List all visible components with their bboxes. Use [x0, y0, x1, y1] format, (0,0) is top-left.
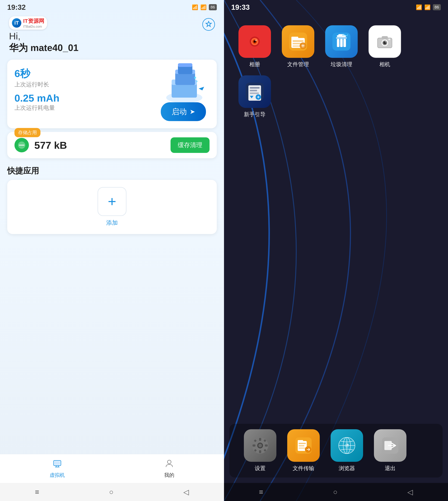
svg-rect-72: [298, 440, 303, 443]
app-exit[interactable]: 退出: [374, 429, 406, 472]
app-camera[interactable]: 相机: [368, 25, 401, 68]
svg-point-23: [255, 40, 257, 41]
app-header: iT IT资源网 ITBaiDu.com Hi, 华为 mate40_01: [0, 15, 224, 56]
add-label: 添加: [106, 219, 118, 227]
app-browser-name: 浏览器: [339, 465, 355, 472]
quick-apps-title: 快捷应用: [7, 166, 217, 176]
right-spacer: [224, 122, 448, 424]
svg-rect-7: [178, 63, 192, 67]
greeting-text: Hi,: [9, 31, 215, 42]
svg-rect-53: [250, 90, 257, 91]
main-info-card: 6秒 上次运行时长 0.25 mAh 上次运行耗电量 启动 ➤: [7, 60, 217, 128]
status-icons-right: 📶 📶 86: [416, 4, 441, 10]
network-icon-right: 📶: [416, 4, 422, 10]
start-button[interactable]: 启动 ➤: [161, 102, 206, 121]
svg-rect-52: [250, 87, 260, 89]
svg-rect-65: [265, 444, 268, 447]
settings-app-icon: [244, 429, 276, 462]
svg-rect-62: [259, 438, 261, 441]
app-dock: 设置 文件传输: [229, 424, 443, 478]
app-photo-album[interactable]: 相册: [239, 25, 271, 68]
svg-rect-74: [299, 445, 304, 446]
app-settings-name: 设置: [255, 465, 266, 472]
start-button-label: 启动: [172, 107, 187, 117]
app-grid-row2: 新手引导: [224, 75, 448, 122]
svg-rect-54: [250, 93, 259, 94]
photo-album-icon: [239, 25, 271, 58]
storage-icon: [15, 138, 29, 152]
app-file-transfer[interactable]: 文件传输: [287, 429, 320, 472]
battery-left: 86: [209, 4, 217, 10]
svg-point-9: [196, 81, 198, 82]
svg-rect-38: [337, 39, 339, 47]
menu-button-left[interactable]: ≡: [28, 485, 47, 499]
battery-right: 86: [433, 4, 441, 10]
add-app-button[interactable]: + 添加: [15, 187, 209, 227]
svg-point-61: [258, 444, 262, 447]
logo-sub-text: ITBaiDu.com: [23, 25, 44, 29]
app-exit-name: 退出: [385, 465, 396, 472]
logo-badge: iT IT资源网 ITBaiDu.com: [9, 16, 47, 30]
app-file-transfer-name: 文件传输: [293, 465, 314, 472]
network-icon: 📶: [192, 4, 198, 10]
storage-card: 存储占用 577 kB 缓存清理: [7, 132, 217, 158]
status-icons-left: 📶 📶 86: [192, 4, 217, 10]
exit-icon: [374, 429, 406, 462]
logo-text-block: IT资源网 ITBaiDu.com: [23, 17, 44, 29]
app-file-manager[interactable]: 文件管理: [282, 25, 314, 68]
guide-icon: [239, 75, 271, 108]
nav-my-label: 我的: [164, 472, 174, 479]
vm-icon: [53, 459, 62, 470]
clean-cache-button[interactable]: 缓存清理: [171, 137, 209, 153]
app-photo-album-name: 相册: [249, 61, 260, 68]
svg-rect-64: [253, 444, 256, 447]
logo-main-text: IT资源网: [23, 17, 44, 25]
quick-apps-container: + 添加: [7, 180, 217, 234]
settings-icon[interactable]: [202, 18, 215, 31]
cube-3d-image: [159, 61, 213, 108]
start-arrow-icon: ➤: [190, 108, 195, 116]
camera-icon: [368, 25, 401, 58]
add-icon-box: +: [97, 187, 127, 216]
nav-my[interactable]: 我的: [164, 459, 174, 479]
svg-point-48: [385, 41, 386, 42]
storage-size: 577 kB: [34, 139, 165, 151]
bottom-nav-left: 虚拟机 我的: [0, 454, 224, 483]
app-trash-clean[interactable]: 垃圾清理: [325, 25, 358, 68]
svg-rect-37: [336, 37, 347, 38]
menu-button-right[interactable]: ≡: [252, 485, 271, 499]
nav-vm[interactable]: 虚拟机: [50, 459, 65, 479]
browser-icon: [331, 429, 363, 462]
svg-point-49: [388, 38, 390, 40]
svg-rect-4: [175, 72, 195, 85]
logo-letter: iT: [15, 20, 19, 26]
status-bar-left: 19:32 📶 📶 86: [0, 0, 224, 15]
svg-rect-40: [343, 39, 346, 47]
svg-rect-39: [340, 39, 343, 47]
app-browser[interactable]: 浏览器: [331, 429, 363, 472]
svg-rect-28: [293, 43, 301, 44]
home-button-left[interactable]: ○: [102, 485, 121, 499]
back-button-right[interactable]: ◁: [400, 485, 420, 499]
svg-point-83: [347, 444, 349, 446]
time-left: 19:32: [7, 3, 26, 11]
svg-point-17: [167, 460, 171, 464]
svg-rect-63: [259, 450, 261, 453]
file-transfer-icon: [287, 429, 320, 462]
home-button-right[interactable]: ○: [326, 485, 345, 499]
storage-content: 577 kB 缓存清理: [15, 137, 209, 153]
status-bar-right: 19:33 📶 📶 86: [224, 0, 448, 15]
app-guide-name: 新手引导: [244, 111, 266, 118]
back-button-left[interactable]: ◁: [176, 485, 196, 499]
storage-badge: 存储占用: [15, 128, 40, 137]
app-settings[interactable]: 设置: [244, 429, 276, 472]
signal-icon: 📶: [200, 4, 207, 10]
device-name: 华为 mate40_01: [9, 42, 215, 54]
app-grid-row1: 相册 文件管理: [224, 15, 448, 75]
svg-point-8: [194, 77, 196, 79]
system-nav-right: ≡ ○ ◁: [224, 483, 448, 501]
app-camera-name: 相机: [379, 61, 390, 68]
app-guide[interactable]: 新手引导: [239, 75, 271, 118]
time-right: 19:33: [231, 3, 250, 11]
plus-icon: +: [108, 193, 116, 210]
